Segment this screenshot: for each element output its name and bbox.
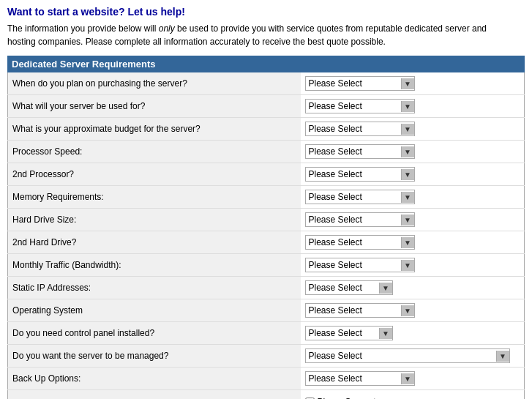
cell-managed: Please Select ▼ [301, 345, 525, 368]
select-hard-drive[interactable]: Please Select [306, 213, 401, 226]
chevron-down-icon: ▼ [401, 124, 414, 135]
cell-memory: Please Select ▼ [301, 186, 525, 209]
label-2nd-hard-drive: 2nd Hard Drive? [8, 231, 301, 254]
label-hard-drive: Hard Drive Size: [8, 209, 301, 231]
select-budget[interactable]: Please Select [306, 122, 401, 135]
label-control-panel: Do you need control panel installed? [8, 322, 301, 345]
select-backup[interactable]: Please Select [306, 372, 401, 385]
select-wrapper-memory[interactable]: Please Select ▼ [305, 190, 415, 204]
select-2nd-processor[interactable]: Please Select [306, 168, 401, 181]
select-server-use[interactable]: Please Select [306, 100, 401, 113]
row-support-options: Support Options Phone Support E-Mail Sup… [8, 390, 525, 400]
select-wrapper-server-use[interactable]: Please Select ▼ [305, 99, 415, 113]
label-os: Operating System [8, 299, 301, 322]
row-managed: Do you want the server to be managed? Pl… [8, 345, 525, 368]
page-wrapper: Want to start a website? Let us help! Th… [0, 0, 532, 399]
select-wrapper-purchase-time[interactable]: Please Select ▼ [305, 76, 415, 91]
intro-text: The information you provide below will o… [7, 22, 525, 48]
chevron-down-icon: ▼ [379, 283, 392, 294]
chevron-down-icon: ▼ [379, 328, 392, 339]
row-purchase-time: When do you plan on purchasing the serve… [8, 72, 525, 95]
label-managed: Do you want the server to be managed? [8, 345, 301, 368]
label-support-options: Support Options [8, 390, 301, 400]
row-hard-drive: Hard Drive Size: Please Select ▼ [8, 209, 525, 231]
chevron-down-icon: ▼ [401, 215, 414, 225]
select-wrapper-control-panel[interactable]: Please Select ▼ [305, 326, 393, 340]
label-purchase-time: When do you plan on purchasing the serve… [8, 72, 301, 95]
select-wrapper-budget[interactable]: Please Select ▼ [305, 122, 415, 136]
row-budget: What is your approximate budget for the … [8, 118, 525, 141]
cell-os: Please Select ▼ [301, 299, 525, 322]
row-memory: Memory Requirements: Please Select ▼ [8, 186, 525, 209]
select-wrapper-static-ip[interactable]: Please Select ▼ [305, 280, 393, 295]
select-purchase-time[interactable]: Please Select [306, 77, 401, 90]
row-2nd-processor: 2nd Processor? Please Select ▼ [8, 163, 525, 186]
select-managed[interactable]: Please Select [306, 349, 496, 362]
select-wrapper-os[interactable]: Please Select ▼ [305, 303, 415, 318]
select-wrapper-processor-speed[interactable]: Please Select ▼ [305, 144, 415, 159]
select-control-panel[interactable]: Please Select [306, 327, 379, 340]
select-wrapper-hard-drive[interactable]: Please Select ▼ [305, 212, 415, 227]
chevron-down-icon: ▼ [401, 101, 414, 112]
cell-support-options: Phone Support E-Mail Support Instant mes… [301, 390, 525, 400]
section-header: Dedicated Server Requirements [7, 56, 525, 72]
chevron-down-icon: ▼ [401, 260, 414, 271]
select-memory[interactable]: Please Select [306, 190, 401, 204]
label-bandwidth: Monthly Traffic (Bandwidth): [8, 254, 301, 277]
select-wrapper-2nd-hard-drive[interactable]: Please Select ▼ [305, 235, 415, 250]
chevron-down-icon: ▼ [401, 373, 414, 384]
row-backup: Back Up Options: Please Select ▼ [8, 368, 525, 390]
row-control-panel: Do you need control panel installed? Ple… [8, 322, 525, 345]
select-wrapper-backup[interactable]: Please Select ▼ [305, 371, 415, 386]
chevron-down-icon: ▼ [401, 169, 414, 180]
cell-hard-drive: Please Select ▼ [301, 209, 525, 231]
cell-bandwidth: Please Select ▼ [301, 254, 525, 277]
chevron-down-icon: ▼ [401, 237, 414, 248]
chevron-down-icon: ▼ [401, 305, 414, 316]
chevron-down-icon: ▼ [401, 192, 414, 203]
label-static-ip: Static IP Addresses: [8, 277, 301, 299]
form-table: When do you plan on purchasing the serve… [7, 72, 525, 399]
label-memory: Memory Requirements: [8, 186, 301, 209]
row-os: Operating System Please Select ▼ [8, 299, 525, 322]
cell-processor-speed: Please Select ▼ [301, 141, 525, 163]
cell-backup: Please Select ▼ [301, 368, 525, 390]
cell-budget: Please Select ▼ [301, 118, 525, 141]
chevron-down-icon: ▼ [496, 351, 509, 362]
cell-control-panel: Please Select ▼ [301, 322, 525, 345]
select-processor-speed[interactable]: Please Select [306, 145, 401, 158]
row-bandwidth: Monthly Traffic (Bandwidth): Please Sele… [8, 254, 525, 277]
select-wrapper-bandwidth[interactable]: Please Select ▼ [305, 258, 415, 272]
select-static-ip[interactable]: Please Select [306, 281, 379, 294]
row-server-use: What will your server be used for? Pleas… [8, 95, 525, 118]
label-processor-speed: Processor Speed: [8, 141, 301, 163]
page-headline: Want to start a website? Let us help! [7, 6, 525, 18]
select-bandwidth[interactable]: Please Select [306, 258, 401, 272]
label-backup: Back Up Options: [8, 368, 301, 390]
row-2nd-hard-drive: 2nd Hard Drive? Please Select ▼ [8, 231, 525, 254]
cell-static-ip: Please Select ▼ [301, 277, 525, 299]
row-static-ip: Static IP Addresses: Please Select ▼ [8, 277, 525, 299]
label-budget: What is your approximate budget for the … [8, 118, 301, 141]
row-processor-speed: Processor Speed: Please Select ▼ [8, 141, 525, 163]
chevron-down-icon: ▼ [401, 78, 414, 89]
cell-server-use: Please Select ▼ [301, 95, 525, 118]
select-os[interactable]: Please Select [306, 304, 401, 317]
select-wrapper-2nd-processor[interactable]: Please Select ▼ [305, 167, 415, 182]
label-2nd-processor: 2nd Processor? [8, 163, 301, 186]
chevron-down-icon: ▼ [401, 146, 414, 157]
select-2nd-hard-drive[interactable]: Please Select [306, 236, 401, 249]
cell-2nd-processor: Please Select ▼ [301, 163, 525, 186]
label-server-use: What will your server be used for? [8, 95, 301, 118]
select-wrapper-managed[interactable]: Please Select ▼ [305, 348, 510, 363]
cell-purchase-time: Please Select ▼ [301, 72, 525, 95]
cell-2nd-hard-drive: Please Select ▼ [301, 231, 525, 254]
